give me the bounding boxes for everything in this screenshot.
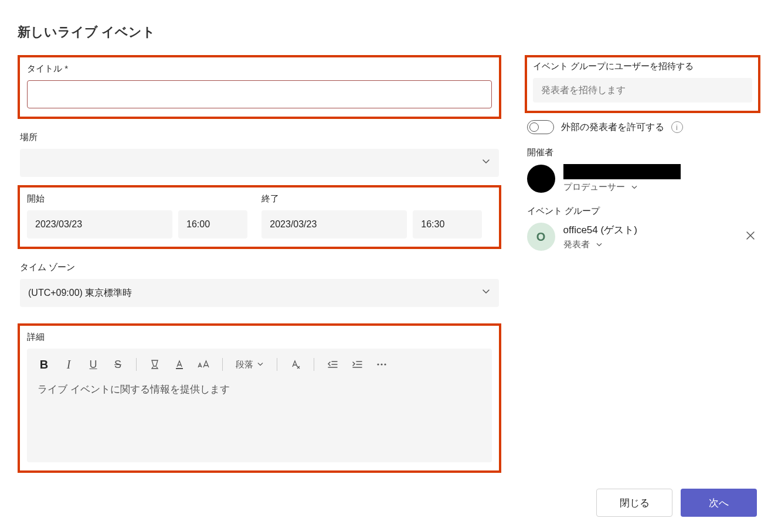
- timezone-section: タイム ゾーン (UTC+09:00) 東京標準時: [18, 262, 501, 307]
- organizer-role-select[interactable]: プロデューサー: [563, 182, 681, 193]
- clear-formatting-icon[interactable]: [287, 356, 304, 373]
- allow-external-toggle[interactable]: [527, 120, 554, 134]
- invite-presenter-input[interactable]: [533, 78, 752, 103]
- location-label: 場所: [20, 132, 499, 143]
- remove-member-button[interactable]: [740, 224, 760, 249]
- bold-icon[interactable]: B: [35, 356, 53, 373]
- details-toolbar: B I U S 段落: [27, 349, 492, 380]
- indent-icon[interactable]: [348, 356, 366, 373]
- organizer-row: プロデューサー: [525, 164, 760, 193]
- toolbar-separator: [314, 358, 314, 371]
- svg-rect-0: [176, 368, 183, 369]
- font-color-icon[interactable]: [171, 356, 188, 373]
- event-group-section-label: イベント グループ: [527, 206, 760, 217]
- avatar: [527, 165, 555, 193]
- location-select[interactable]: [20, 149, 499, 177]
- page-title: 新しいライブ イベント: [18, 23, 760, 41]
- italic-icon[interactable]: I: [60, 356, 77, 373]
- font-size-icon[interactable]: [195, 356, 213, 373]
- svg-point-3: [384, 363, 386, 365]
- timezone-select[interactable]: (UTC+09:00) 東京標準時: [20, 279, 499, 307]
- toolbar-separator: [277, 358, 277, 371]
- next-button[interactable]: 次へ: [681, 489, 757, 517]
- datetime-section: 開始 2023/03/23 16:00 終了 2023/03/23 16:30: [18, 185, 501, 249]
- footer-actions: 閉じる 次へ: [596, 489, 757, 517]
- paragraph-style-select[interactable]: 段落: [232, 357, 267, 373]
- title-label: タイトル *: [27, 63, 492, 74]
- start-time-input[interactable]: 16:00: [178, 210, 247, 238]
- title-input[interactable]: [27, 80, 492, 108]
- title-section: タイトル *: [18, 55, 501, 119]
- more-options-icon[interactable]: [373, 356, 390, 373]
- outdent-icon[interactable]: [324, 356, 341, 373]
- details-section: 詳細 B I U S 段: [18, 323, 501, 473]
- event-group-member-name: office54 (ゲスト): [563, 223, 637, 237]
- event-group-member-row: O office54 (ゲスト) 発表者: [525, 223, 760, 251]
- avatar: O: [527, 223, 555, 251]
- organizer-name-redacted: [563, 164, 681, 179]
- start-label: 開始: [27, 193, 257, 204]
- invite-label: イベント グループにユーザーを招待する: [533, 61, 752, 72]
- event-group-role-select[interactable]: 発表者: [563, 239, 637, 250]
- invite-section: イベント グループにユーザーを招待する: [525, 55, 760, 113]
- location-section: 場所: [18, 132, 501, 177]
- close-button[interactable]: 閉じる: [596, 489, 672, 517]
- details-label: 詳細: [27, 332, 492, 343]
- details-editor[interactable]: ライブ イベントに関する情報を提供します: [27, 380, 492, 462]
- end-date-input[interactable]: 2023/03/23: [261, 210, 407, 238]
- end-time-input[interactable]: 16:30: [413, 210, 482, 238]
- toolbar-separator: [222, 358, 223, 371]
- svg-point-2: [380, 363, 382, 365]
- start-date-input[interactable]: 2023/03/23: [27, 210, 172, 238]
- toggle-knob: [529, 122, 539, 132]
- toolbar-separator: [136, 358, 137, 371]
- organizer-section-label: 開催者: [527, 147, 760, 158]
- allow-external-label: 外部の発表者を許可する: [561, 121, 664, 134]
- end-label: 終了: [261, 193, 491, 204]
- timezone-value: (UTC+09:00) 東京標準時: [28, 287, 132, 299]
- underline-icon[interactable]: U: [84, 356, 102, 373]
- highlight-icon[interactable]: [146, 356, 164, 373]
- strikethrough-icon[interactable]: S: [109, 356, 127, 373]
- info-icon[interactable]: i: [671, 121, 683, 133]
- timezone-label: タイム ゾーン: [20, 262, 499, 273]
- svg-point-1: [377, 363, 379, 365]
